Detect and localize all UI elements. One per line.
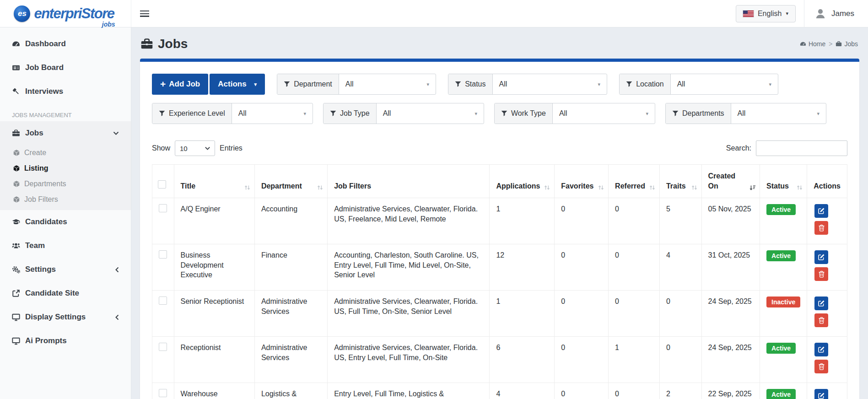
add-job-button[interactable]: +Add Job — [152, 74, 208, 95]
column-header-title[interactable]: Title — [174, 165, 254, 198]
sidebar-item-create[interactable]: Create — [0, 145, 131, 161]
sort-icon — [317, 184, 323, 191]
caret-down-icon: ▾ — [769, 82, 772, 87]
caret-down-icon: ▾ — [646, 111, 648, 116]
row-checkbox[interactable] — [159, 389, 167, 397]
job-type-select[interactable]: All▾ — [377, 103, 484, 124]
column-header-favorites[interactable]: Favorites — [555, 165, 609, 198]
sidebar-item-settings[interactable]: Settings — [0, 258, 131, 281]
chevron-left-icon — [115, 314, 119, 320]
delete-button[interactable] — [814, 221, 828, 235]
column-label: Job Filters — [334, 182, 371, 190]
cell-filters: Administrative Services, Clearwater, Flo… — [328, 291, 490, 337]
language-label: English — [758, 10, 782, 18]
dashboard-gauge-icon — [12, 40, 20, 48]
select-all-header — [152, 165, 174, 198]
column-header-department[interactable]: Department — [254, 165, 327, 198]
work-type-select[interactable]: All▾ — [553, 103, 655, 124]
user-menu[interactable]: James — [804, 8, 868, 20]
column-label: Created On — [708, 172, 736, 190]
edit-button[interactable] — [814, 343, 828, 356]
column-header-status[interactable]: Status — [760, 165, 807, 198]
cell-referred: 0 — [609, 383, 660, 399]
edit-button[interactable] — [814, 250, 828, 264]
sidebar-item-dashboard[interactable]: Dashboard — [0, 32, 131, 56]
column-header-created[interactable]: Created On — [701, 165, 760, 198]
delete-button[interactable] — [814, 313, 828, 327]
table-row: Warehouse AssociateLogistics & Warehouse… — [152, 383, 847, 399]
location-select[interactable]: All▾ — [671, 74, 778, 94]
edit-button[interactable] — [814, 204, 828, 218]
cell-applications: 1 — [490, 198, 555, 244]
delete-button[interactable] — [814, 267, 828, 281]
sidebar-item-team[interactable]: Team — [0, 234, 131, 258]
sidebar-item-interviews[interactable]: Interviews — [0, 80, 131, 103]
sidebar-item-candidate-site[interactable]: Candidate Site — [0, 281, 131, 305]
status-select[interactable]: All▾ — [493, 74, 607, 94]
column-label: Favorites — [561, 182, 593, 190]
briefcase-icon — [836, 41, 842, 47]
department-select[interactable]: All▾ — [339, 74, 436, 94]
briefcase-icon — [12, 129, 20, 137]
caret-down-icon: ▾ — [598, 82, 601, 87]
departments-select[interactable]: All▾ — [731, 103, 826, 124]
cell-favorites: 0 — [555, 383, 609, 399]
table-row: Senior ReceptionistAdministrative Servic… — [152, 291, 847, 337]
sidebar-item-jobs[interactable]: Jobs — [0, 121, 131, 145]
row-checkbox[interactable] — [159, 204, 167, 212]
sidebar-item-candidates[interactable]: Candidates — [0, 210, 131, 234]
caret-down-icon: ▾ — [474, 111, 477, 116]
sidebar-item-job-board[interactable]: Job Board — [0, 56, 131, 80]
row-checkbox[interactable] — [159, 343, 167, 351]
cell-favorites: 0 — [555, 244, 609, 291]
cell-status: Active — [760, 198, 807, 244]
newspaper-icon — [12, 64, 20, 72]
sidebar-item-job-filters[interactable]: Job Filters — [0, 192, 131, 207]
sidebar-item-ai-prompts[interactable]: Ai Prompts — [0, 329, 131, 353]
column-label: Applications — [496, 182, 540, 190]
external-link-icon — [12, 289, 20, 297]
logo[interactable]: es enterpriStore jobs — [0, 0, 131, 27]
users-icon — [12, 242, 20, 250]
show-label: Show — [152, 144, 170, 152]
cell-traits: 4 — [659, 244, 701, 291]
sort-icon — [796, 184, 803, 191]
edit-button[interactable] — [814, 297, 828, 310]
sidebar-toggle-button[interactable] — [131, 0, 158, 27]
table-row: ReceptionistAdministrative ServicesAdmin… — [152, 337, 847, 383]
cell-status: Inactive — [760, 291, 807, 337]
breadcrumb-home[interactable]: Home — [800, 40, 825, 48]
page-length-select[interactable]: 10 — [175, 140, 215, 156]
briefcase-icon — [140, 38, 153, 50]
graduation-cap-icon — [12, 218, 20, 226]
row-checkbox[interactable] — [159, 297, 167, 305]
delete-button[interactable] — [814, 360, 828, 373]
column-header-applications[interactable]: Applications — [490, 165, 555, 198]
cell-created: 24 Sep, 2025 — [701, 291, 760, 337]
cell-actions — [807, 198, 847, 244]
cell-status: Active — [760, 383, 807, 399]
language-dropdown[interactable]: English ▾ — [736, 5, 796, 22]
actions-dropdown-button[interactable]: Actions ▾ — [210, 74, 265, 95]
brand-subtitle: jobs — [102, 21, 115, 28]
filter-job-type: Job Type All▾ — [323, 103, 484, 124]
cell-title: Business Development Executive — [174, 244, 254, 291]
column-header-referred[interactable]: Referred — [609, 165, 660, 198]
select-all-checkbox[interactable] — [158, 180, 166, 189]
edit-button[interactable] — [814, 389, 828, 399]
filter-department: Department All▾ — [277, 74, 436, 95]
gavel-icon — [12, 87, 20, 96]
cell-status: Active — [760, 244, 807, 291]
status-badge: Active — [766, 389, 796, 399]
row-checkbox[interactable] — [159, 250, 167, 259]
cell-applications: 1 — [490, 291, 555, 337]
sidebar-item-listing[interactable]: Listing — [0, 161, 131, 176]
column-header-traits[interactable]: Traits — [659, 165, 701, 198]
experience-level-select[interactable]: All▾ — [232, 103, 313, 124]
search-input[interactable] — [756, 140, 847, 156]
filter-funnel-icon — [455, 81, 461, 87]
sidebar-item-departments[interactable]: Departments — [0, 176, 131, 192]
column-label: Title — [181, 182, 196, 190]
sidebar-item-display-settings[interactable]: Display Settings — [0, 305, 131, 329]
sort-icon — [244, 184, 251, 191]
